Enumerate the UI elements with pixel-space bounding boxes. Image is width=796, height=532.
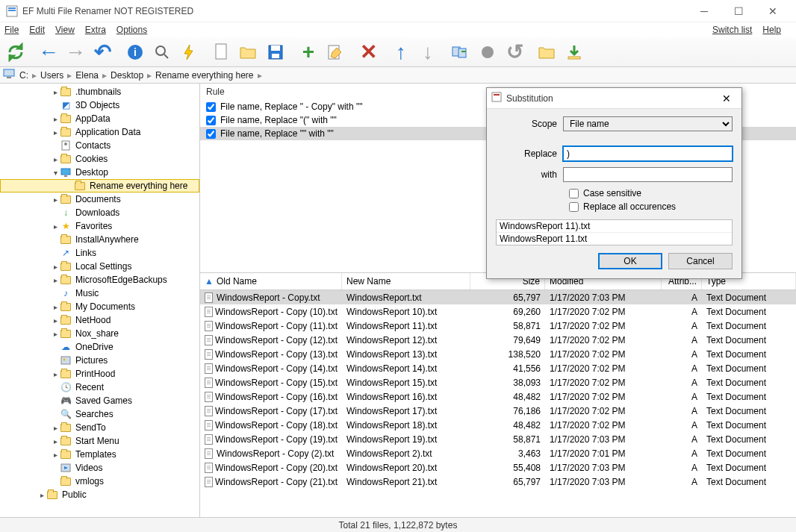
tree-item[interactable]: 🕓Recent	[0, 381, 199, 394]
breadcrumb-segment[interactable]: Desktop	[109, 70, 145, 81]
open-folder-button[interactable]	[236, 40, 261, 65]
breadcrumb-segment[interactable]: Elena	[74, 70, 100, 81]
rule-checkbox[interactable]	[206, 129, 216, 139]
tree-twisty-icon[interactable]: ▸	[51, 115, 60, 123]
case-sensitive-checkbox[interactable]	[569, 189, 579, 198]
tree-twisty-icon[interactable]: ▸	[51, 276, 60, 284]
maximize-button[interactable]: ☐	[721, 0, 756, 22]
back-button[interactable]: ←	[36, 40, 61, 65]
tree-twisty-icon[interactable]: ▸	[51, 263, 60, 271]
tree-item[interactable]: ♪Music	[0, 287, 199, 300]
breadcrumb-segment[interactable]: C:	[18, 70, 30, 81]
move-down-button[interactable]: ↓	[415, 40, 441, 65]
dialog-titlebar[interactable]: Substitution ✕	[487, 88, 741, 109]
tree-item[interactable]: 🎮Saved Games	[0, 394, 199, 407]
file-row[interactable]: WindowsReport - Copy (16).txt WindowsRep…	[200, 389, 796, 404]
file-row[interactable]: WindowsReport - Copy (15).txt WindowsRep…	[200, 375, 796, 389]
replace-input[interactable]	[563, 146, 733, 161]
menu-extra[interactable]: Extra	[85, 25, 106, 35]
menu-file[interactable]: File	[4, 25, 19, 35]
tree-twisty-icon[interactable]: ▸	[51, 370, 60, 378]
save-button[interactable]	[263, 40, 288, 65]
tree-twisty-icon[interactable]: ▸	[37, 491, 46, 499]
file-row[interactable]: WindowsReport - Copy (14).txt WindowsRep…	[200, 361, 796, 375]
tree-item[interactable]: ▸Cookies	[0, 152, 199, 166]
folder-button[interactable]	[535, 40, 560, 65]
new-file-button[interactable]	[209, 40, 234, 65]
cancel-button[interactable]: Cancel	[668, 253, 733, 269]
tree-twisty-icon[interactable]: ▸	[51, 316, 60, 325]
file-row[interactable]: WindowsReport - Copy (18).txt WindowsRep…	[200, 418, 796, 432]
tree-twisty-icon[interactable]: ▸	[51, 88, 60, 96]
tree-item[interactable]: ☁OneDrive	[0, 340, 199, 354]
add-button[interactable]: +	[296, 40, 321, 65]
menu-edit[interactable]: Edit	[29, 25, 45, 35]
ok-button[interactable]: OK	[598, 253, 662, 269]
rule-checkbox[interactable]	[206, 116, 216, 125]
tree-twisty-icon[interactable]: ▸	[51, 424, 60, 432]
tree-twisty-icon[interactable]: ▸	[51, 437, 60, 445]
addressbar[interactable]: C:▸Users▸Elena▸Desktop▸Rename everything…	[0, 67, 796, 84]
forward-button[interactable]: →	[63, 40, 88, 65]
tree-item[interactable]: ▸★Favorites	[0, 219, 199, 233]
tree-item[interactable]: ▸Public	[0, 488, 199, 501]
file-row[interactable]: WindowsReport - Copy (13).txt WindowsRep…	[200, 347, 796, 361]
rule-checkbox[interactable]	[206, 102, 216, 112]
undo-nav-button[interactable]: ↶	[90, 40, 115, 65]
menu-view[interactable]: View	[55, 25, 75, 35]
file-row[interactable]: WindowsReport - Copy (17).txt WindowsRep…	[200, 404, 796, 418]
delete-button[interactable]: ✕	[355, 40, 381, 65]
tree-item[interactable]: ▸Start Menu	[0, 434, 199, 448]
tree-item[interactable]: ▸MicrosoftEdgeBackups	[0, 273, 199, 287]
record-button[interactable]	[475, 40, 500, 65]
tree-twisty-icon[interactable]: ▸	[51, 303, 60, 311]
refresh-button[interactable]	[3, 40, 28, 65]
tree-item[interactable]: ▾Desktop	[0, 166, 199, 179]
tree-item[interactable]: ▸SendTo	[0, 421, 199, 434]
menu-switch-list[interactable]: Switch list	[712, 25, 752, 35]
tree-item[interactable]: ↓Downloads	[0, 206, 199, 219]
tree-item[interactable]: ▸Local Settings	[0, 260, 199, 273]
tree-item[interactable]: ◩3D Objects	[0, 98, 199, 112]
menu-options[interactable]: Options	[116, 25, 147, 35]
move-up-button[interactable]: ↑	[388, 40, 414, 65]
tree-twisty-icon[interactable]: ▸	[51, 222, 60, 231]
preview-button[interactable]	[448, 40, 473, 65]
tree-twisty-icon[interactable]: ▸	[51, 195, 60, 204]
close-button[interactable]: ✕	[756, 0, 790, 22]
edit-button[interactable]	[323, 40, 348, 65]
folder-tree[interactable]: ▸.thumbnails◩3D Objects▸AppData▸Applicat…	[0, 84, 200, 517]
tree-item[interactable]: ▸My Documents	[0, 300, 199, 313]
tree-twisty-icon[interactable]: ▸	[51, 128, 60, 137]
breadcrumb-segment[interactable]: Rename everything here	[154, 70, 255, 81]
col-old-name[interactable]: ▲Old Name	[200, 273, 342, 290]
tree-item[interactable]: Contacts	[0, 139, 199, 152]
file-row[interactable]: WindowsReport - Copy (12).txt WindowsRep…	[200, 333, 796, 347]
replace-all-checkbox[interactable]	[569, 202, 579, 212]
info-button[interactable]: i	[122, 40, 148, 65]
tree-item[interactable]: vmlogs	[0, 475, 199, 488]
tree-item[interactable]: ▸Nox_share	[0, 327, 199, 340]
tree-twisty-icon[interactable]: ▸	[51, 451, 60, 459]
dialog-close-button[interactable]: ✕	[716, 90, 737, 107]
tree-item[interactable]: ▸NetHood	[0, 313, 199, 327]
search-button[interactable]	[149, 40, 175, 65]
file-row[interactable]: WindowsReport - Copy (19).txt WindowsRep…	[200, 432, 796, 446]
breadcrumb-segment[interactable]: Users	[39, 70, 65, 81]
tree-item[interactable]: Pictures	[0, 354, 199, 367]
file-row[interactable]: WindowsReport - Copy (21).txt WindowsRep…	[200, 475, 796, 489]
scope-select[interactable]: File name	[563, 116, 733, 131]
tree-twisty-icon[interactable]: ▸	[51, 330, 60, 338]
minimize-button[interactable]: ─	[687, 0, 721, 22]
download-button[interactable]	[562, 40, 587, 65]
tree-item[interactable]: ▸Templates	[0, 448, 199, 461]
file-row[interactable]: WindowsReport - Copy (11).txt WindowsRep…	[200, 319, 796, 333]
tree-item[interactable]: ▸AppData	[0, 112, 199, 125]
menu-help[interactable]: Help	[762, 25, 781, 35]
undo-button[interactable]: ↺	[502, 40, 527, 65]
col-new-name[interactable]: New Name	[342, 273, 470, 290]
tree-item[interactable]: ▸.thumbnails	[0, 85, 199, 98]
tree-twisty-icon[interactable]: ▾	[51, 169, 60, 177]
tree-item[interactable]: Videos	[0, 461, 199, 475]
tree-item[interactable]: Rename everything here	[0, 179, 199, 193]
